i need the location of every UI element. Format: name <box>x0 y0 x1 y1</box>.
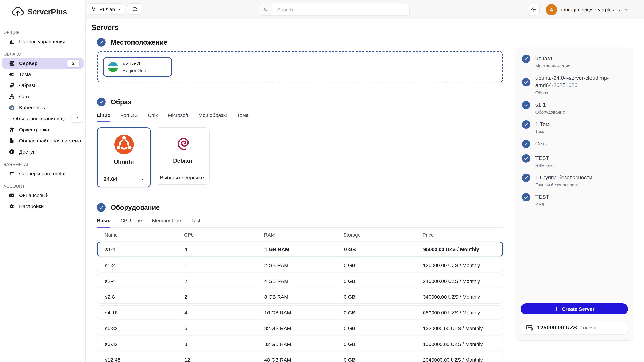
plan-name: s2-4 <box>105 278 184 284</box>
sidebar-item-access[interactable]: Доступ <box>0 146 85 157</box>
price-period: / месяц <box>580 325 596 330</box>
check-circle-icon <box>522 120 530 129</box>
disc-icon <box>9 149 15 155</box>
sidebar-item-dashboard[interactable]: Панель управления <box>0 36 85 47</box>
project-selector[interactable]: Ruslan <box>86 3 125 15</box>
os-name: Ubuntu <box>114 158 134 165</box>
check-circle-icon <box>97 203 106 212</box>
table-row-s2-4[interactable]: s2-4 2 4 GB RAM 0 GB 240000.00 UZS / Mon… <box>97 274 503 288</box>
table-row-s6-32[interactable]: s6-32 6 32 GB RAM 0 GB 1220000.00 UZS / … <box>97 321 503 335</box>
plan-price: 680000.00 UZS / Monthly <box>423 310 503 315</box>
plan-name: s2-8 <box>105 294 184 300</box>
image-tabs: Linux FortiOS Unix Microsoft Мои образы … <box>97 112 503 122</box>
col-cpu: CPU <box>184 232 264 238</box>
plan-ram: 32 GB RAM <box>264 341 344 347</box>
summary-item-security-group: 1 Группа безопасности Группы безопасност… <box>522 174 626 187</box>
check-circle-icon <box>522 154 530 163</box>
tab-test[interactable]: Test <box>191 218 200 227</box>
count-badge: 2 <box>68 59 80 67</box>
selected-version: 24.04 <box>104 176 117 182</box>
os-card-ubuntu[interactable]: Ubuntu 24.04 <box>97 127 151 187</box>
ubuntu-logo-icon <box>114 135 134 154</box>
plan-storage: 0 GB <box>344 310 423 315</box>
debian-logo-icon <box>173 134 192 153</box>
sidebar-section-label: ОБЛАКО <box>3 52 85 57</box>
plan-cpu: 6 <box>184 325 264 331</box>
search-input[interactable] <box>273 3 409 15</box>
plan-storage: 0 GB <box>344 246 423 252</box>
table-row-s1-1[interactable]: s1-1 1 1 GB RAM 0 GB 95000.00 UZS / Mont… <box>97 242 503 256</box>
check-circle-icon <box>522 193 530 201</box>
plan-price: 240000.00 UZS / Monthly <box>423 278 503 284</box>
chevron-down-icon[interactable] <box>624 7 628 12</box>
section-title: Оборудование <box>111 204 160 211</box>
tab-my-images[interactable]: Мои образы <box>198 112 227 122</box>
table-row-s8-32[interactable]: s8-32 8 32 GB RAM 0 GB 1360000.00 UZS / … <box>97 337 503 351</box>
user-email[interactable]: r.ibragimov@serverplus.uz <box>561 7 621 12</box>
tab-volumes[interactable]: Тома <box>237 112 248 122</box>
section-title: Местоположение <box>111 38 167 46</box>
divider <box>85 37 644 37</box>
tab-basic[interactable]: Basic <box>97 218 110 227</box>
sidebar-item-servers[interactable]: Сервер 2 <box>2 58 84 69</box>
caret-down-icon <box>202 175 206 179</box>
tab-fortios[interactable]: FortiOS <box>120 112 138 122</box>
gear-icon <box>9 203 15 209</box>
sidebar-item-billing[interactable]: Финансовый <box>0 190 85 201</box>
theme-toggle-button[interactable] <box>528 4 540 15</box>
col-name: Name <box>105 232 184 238</box>
sidebar-item-object-storage[interactable]: Объектное хранилище 2 <box>0 113 85 124</box>
plan-cpu: 4 <box>184 310 264 315</box>
plan-price: 1360000.00 UZS / Monthly <box>423 341 503 347</box>
sidebar-item-settings[interactable]: Настройки <box>0 201 85 212</box>
summary-item-location: uz-tas1 Местоположение <box>522 55 626 68</box>
summary-item-network: Сеть <box>522 140 626 148</box>
region-card-uz-tas1[interactable]: uz-tas1 RegionOne <box>103 57 172 77</box>
sidebar-item-network[interactable]: Сеть <box>0 91 85 102</box>
tab-cpu-line[interactable]: CPU Line <box>120 218 142 227</box>
avatar[interactable]: A <box>546 4 557 15</box>
sidebar-item-volumes[interactable]: Тома <box>0 69 85 80</box>
sidebar-item-kubernetes[interactable]: Kubernetes <box>0 102 85 113</box>
section-title: Образ <box>111 98 131 106</box>
debian-version-select[interactable]: Выберите версию <box>156 170 209 184</box>
tab-memory-line[interactable]: Memory Line <box>152 218 181 227</box>
table-row-s1-2[interactable]: s1-2 1 2 GB RAM 0 GB 120000.00 UZS / Mon… <box>97 258 503 272</box>
check-circle-icon <box>522 55 530 63</box>
server-icon <box>9 60 15 66</box>
summary-item-ssh-key: TEST SSH-ключ <box>522 155 626 168</box>
plus-icon <box>554 306 559 311</box>
table-row-s2-8[interactable]: s2-8 2 8 GB RAM 0 GB 340000.00 UZS / Mon… <box>97 290 503 304</box>
plan-name: s1-1 <box>105 246 185 252</box>
create-server-button[interactable]: Create Server <box>520 303 628 314</box>
sidebar-item-orchestration[interactable]: Оркестровка <box>0 124 85 135</box>
sidebar: ServerPlus ОБЩИЕ Панель управления ОБЛАК… <box>0 0 86 362</box>
sitemap-icon <box>91 6 96 12</box>
table-row-s4-16[interactable]: s4-16 4 16 GB RAM 0 GB 680000.00 UZS / M… <box>97 305 503 320</box>
plan-cpu: 1 <box>184 262 264 268</box>
plan-name: s1-2 <box>105 262 184 268</box>
plan-storage: 0 GB <box>344 278 423 284</box>
check-circle-icon <box>97 97 106 106</box>
caret-down-icon <box>140 177 144 181</box>
total-price: 125000.00 UZS <box>537 324 577 331</box>
sidebar-item-shared-filesystem[interactable]: Общая файловая система <box>0 135 85 146</box>
tab-unix[interactable]: Unix <box>148 112 158 122</box>
brand-logo[interactable]: ServerPlus <box>12 5 85 18</box>
check-circle-icon <box>522 174 530 182</box>
summary-item-hardware: s1-1 Оборудование <box>522 101 626 115</box>
plan-cpu: 2 <box>184 294 264 300</box>
plan-name: s12-48 <box>105 357 184 362</box>
os-card-debian[interactable]: Debian Выберите версию <box>156 127 210 185</box>
table-row-s12-48[interactable]: s12-48 12 48 GB RAM 0 GB 2040000.00 UZS … <box>97 353 503 362</box>
tab-linux[interactable]: Linux <box>97 112 110 122</box>
tab-microsoft[interactable]: Microsoft <box>168 112 188 122</box>
plan-ram: 4 GB RAM <box>264 278 344 284</box>
sidebar-item-baremetal-servers[interactable]: Серверы bare metal <box>0 168 85 179</box>
ubuntu-version-select[interactable]: 24.04 <box>98 172 150 187</box>
sidebar-item-images[interactable]: Образы <box>0 80 85 91</box>
bar-chart-icon <box>9 38 15 44</box>
plan-storage: 0 GB <box>344 294 423 300</box>
version-placeholder: Выберите версию <box>160 174 202 180</box>
refresh-button[interactable] <box>127 3 142 15</box>
